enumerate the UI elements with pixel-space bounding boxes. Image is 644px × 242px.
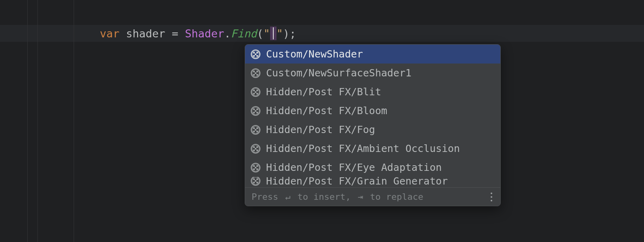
completion-item[interactable]: Hidden/Post FX/Fog xyxy=(245,120,500,139)
completion-item-label: Hidden/Post FX/Blit xyxy=(266,86,381,98)
completion-item-label: Hidden/Post FX/Grain Generator xyxy=(266,177,448,187)
shader-icon xyxy=(251,177,260,186)
completion-item-label: Hidden/Post FX/Fog xyxy=(266,124,375,135)
completion-item[interactable]: Hidden/Post FX/Eye Adaptation xyxy=(245,158,500,177)
completion-item-label: Hidden/Post FX/Eye Adaptation xyxy=(266,162,442,173)
token-string-close: " xyxy=(277,27,283,40)
token-close-paren: ) xyxy=(283,27,289,40)
token-assign: = xyxy=(172,27,178,40)
hint-insert: to insert, xyxy=(292,192,356,202)
token-dot: . xyxy=(224,27,231,40)
shader-icon xyxy=(251,87,260,97)
completion-item[interactable]: Custom/NewSurfaceShader1 xyxy=(245,64,500,82)
hint-replace: to replace xyxy=(365,192,423,202)
token-semicolon: ; xyxy=(289,27,296,40)
token-keyword: var xyxy=(100,27,120,40)
current-line-highlight xyxy=(0,25,644,42)
token-type: Shader xyxy=(185,27,224,40)
hint-press: Press xyxy=(252,192,283,202)
completion-item[interactable]: Custom/NewShader xyxy=(245,45,500,64)
shader-icon xyxy=(251,106,260,116)
shader-icon xyxy=(251,68,260,78)
completion-item-label: Custom/NewShader xyxy=(266,48,363,60)
shader-icon xyxy=(251,125,260,135)
completion-item[interactable]: Hidden/Post FX/Bloom xyxy=(245,101,500,120)
shader-icon xyxy=(251,144,260,154)
more-options-button[interactable] xyxy=(488,190,495,204)
shader-icon xyxy=(251,49,260,59)
token-identifier: shader xyxy=(126,27,165,40)
token-open-paren: ( xyxy=(257,27,263,40)
completion-footer: Press ↵ to insert, ⇥ to replace xyxy=(245,187,500,206)
text-caret[interactable] xyxy=(270,27,277,40)
code-line[interactable]: var shader = Shader . Find ( " " ) ; xyxy=(100,25,296,42)
editor-gutter xyxy=(0,0,80,242)
token-method: Find xyxy=(231,27,257,40)
completion-list[interactable]: Custom/NewShaderCustom/NewSurfaceShader1… xyxy=(245,45,500,187)
completion-item[interactable]: Hidden/Post FX/Ambient Occlusion xyxy=(245,139,500,158)
completion-item-label: Hidden/Post FX/Ambient Occlusion xyxy=(266,143,460,154)
completion-item-label: Hidden/Post FX/Bloom xyxy=(266,105,387,117)
enter-key-icon: ↵ xyxy=(285,192,290,202)
completion-hint: Press ↵ to insert, ⇥ to replace xyxy=(252,192,423,202)
completion-item[interactable]: Hidden/Post FX/Grain Generator xyxy=(245,177,500,187)
token-string-open: " xyxy=(264,27,270,40)
completion-item-label: Custom/NewSurfaceShader1 xyxy=(266,67,411,79)
shader-icon xyxy=(251,163,260,172)
completion-item[interactable]: Hidden/Post FX/Blit xyxy=(245,82,500,101)
completion-popup: Custom/NewShaderCustom/NewSurfaceShader1… xyxy=(245,44,501,206)
tab-key-icon: ⇥ xyxy=(358,192,363,202)
